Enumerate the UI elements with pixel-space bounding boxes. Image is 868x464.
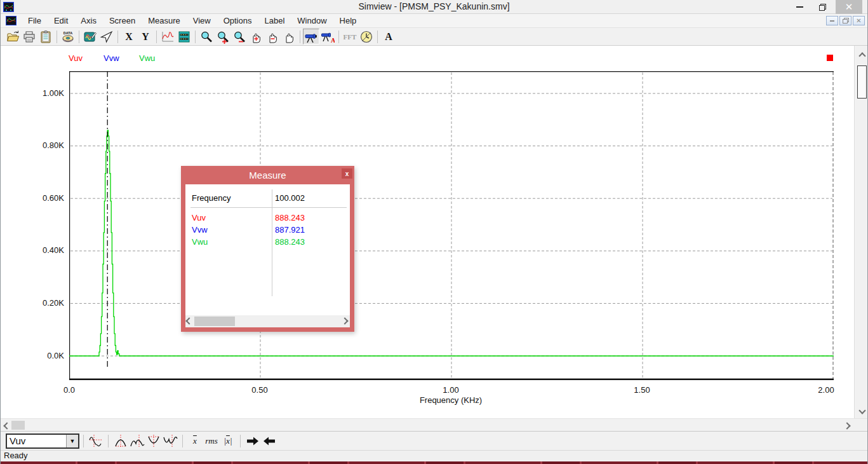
next-page-button[interactable] [244, 433, 261, 449]
measure-scrollbar-thumb[interactable] [194, 317, 235, 326]
menu-file[interactable]: File [22, 15, 48, 27]
print-button[interactable] [21, 29, 37, 44]
vertical-scrollbar-thumb[interactable] [857, 65, 867, 99]
scroll-left-icon[interactable] [4, 423, 10, 428]
measure-row-label: Frequency [192, 193, 230, 203]
menu-window[interactable]: Window [291, 15, 333, 27]
status-bar: Ready [1, 450, 867, 461]
measure-dialog-titlebar[interactable]: Measure x [181, 166, 354, 184]
zoom-in-icon [216, 30, 230, 44]
open-button[interactable] [4, 29, 21, 44]
curve-axes-icon [161, 30, 175, 44]
measure-label-button[interactable]: A [319, 29, 336, 44]
scroll-right-icon[interactable] [342, 318, 347, 324]
signal-select-value: Vuv [7, 435, 66, 446]
chevron-down-icon[interactable]: ▼ [66, 435, 78, 447]
measure-dialog-title: Measure [249, 170, 286, 181]
mean-abs-label: |x| [224, 436, 232, 446]
measure-button[interactable] [303, 29, 319, 44]
legend-item-vuv: Vuv [69, 53, 83, 63]
pointer-button[interactable] [98, 29, 115, 44]
curves-button[interactable] [159, 29, 176, 44]
menu-measure[interactable]: Measure [142, 15, 187, 27]
close-button[interactable]: ✕ [836, 0, 862, 14]
add-waveform-button[interactable] [82, 29, 98, 44]
svg-text:DATA: DATA [63, 31, 72, 34]
measure-toolbar: Vuv ▼ [1, 431, 867, 450]
menu-view[interactable]: View [187, 15, 217, 27]
next-min-button[interactable] [162, 433, 178, 449]
mdi-restore-icon [843, 18, 849, 24]
telescope-a-icon: A [321, 30, 335, 44]
measure-dialog: Measure x Frequency 100.002 Vuv 888.243 … [181, 166, 354, 332]
minimize-button[interactable] [790, 0, 809, 14]
restore-icon [818, 3, 827, 11]
x-axis-button[interactable]: X [121, 29, 137, 44]
restore-button[interactable] [813, 0, 832, 14]
rms-button[interactable]: rms [203, 433, 220, 449]
menu-edit[interactable]: Edit [48, 15, 74, 27]
hand-plus-button[interactable] [248, 29, 264, 44]
mdi-restore-button[interactable] [839, 16, 851, 25]
screen-icon [177, 30, 191, 44]
screen-button[interactable] [176, 29, 192, 44]
scroll-up-icon[interactable] [860, 53, 865, 58]
zoom-out-button[interactable] [231, 29, 248, 44]
global-min-button[interactable] [145, 433, 162, 449]
signal-select[interactable]: Vuv ▼ [6, 433, 79, 449]
zoom-out-icon [232, 30, 246, 44]
save-data-button[interactable]: DATA [60, 29, 76, 44]
mean-abs-button[interactable]: |x| [220, 433, 236, 449]
legend-item-vvw: Vvw [103, 53, 119, 63]
scroll-down-icon[interactable] [860, 408, 865, 413]
horizontal-scrollbar-thumb[interactable] [11, 421, 25, 430]
measure-cursor-button[interactable] [88, 433, 104, 449]
taskbar-strip [1, 461, 867, 464]
clock-icon [359, 30, 373, 44]
zoom-in-button[interactable] [215, 29, 231, 44]
x-tick-15: 1.50 [622, 385, 662, 395]
add-text-button[interactable]: A [380, 29, 397, 44]
y-tick-1000: 1.00K [25, 88, 64, 98]
menu-axis[interactable]: Axis [74, 15, 103, 27]
fft-button: FFT [342, 29, 358, 44]
global-min-icon [146, 433, 161, 449]
y-tick-600: 0.60K [25, 193, 64, 203]
x-axis-label: X [125, 31, 133, 43]
horizontal-scrollbar[interactable] [1, 418, 867, 431]
sweep-button[interactable] [358, 29, 375, 44]
scroll-right-icon[interactable] [845, 423, 850, 428]
menu-help[interactable]: Help [333, 15, 363, 27]
y-axis-button[interactable]: Y [137, 29, 154, 44]
next-max-button[interactable] [129, 433, 145, 449]
data-disk-icon: DATA [61, 30, 75, 44]
mdi-minimize-button[interactable] [826, 16, 838, 25]
global-max-button[interactable] [112, 433, 129, 449]
svg-text:A: A [331, 37, 335, 44]
clipboard-button[interactable] [37, 29, 54, 44]
open-folder-icon [6, 30, 20, 44]
add-waveform-icon [83, 30, 97, 44]
zoom-icon [199, 30, 213, 44]
y-tick-0: 0.0K [25, 351, 64, 360]
rms-label: rms [205, 436, 218, 446]
wave-cursor-icon [88, 433, 103, 449]
pointer-icon [100, 30, 114, 44]
clipboard-icon [39, 30, 53, 44]
hand-minus-button[interactable] [264, 29, 281, 44]
zoom-button[interactable] [198, 29, 215, 44]
menu-options[interactable]: Options [217, 15, 258, 27]
vertical-scrollbar[interactable] [854, 46, 868, 418]
document-icon [6, 16, 17, 25]
scroll-left-icon[interactable] [187, 318, 192, 324]
measure-dialog-close-button[interactable]: x [342, 168, 352, 179]
menu-screen[interactable]: Screen [103, 15, 142, 27]
y-tick-200: 0.20K [25, 298, 64, 308]
menu-label[interactable]: Label [258, 15, 291, 27]
mdi-close-button[interactable]: ✕ [853, 16, 865, 25]
mean-button[interactable]: x [187, 433, 203, 449]
measure-dialog-scrollbar[interactable] [185, 315, 350, 327]
pan-button[interactable] [281, 29, 297, 44]
prev-page-button[interactable] [261, 433, 277, 449]
measure-row-value: 888.243 [275, 237, 305, 247]
